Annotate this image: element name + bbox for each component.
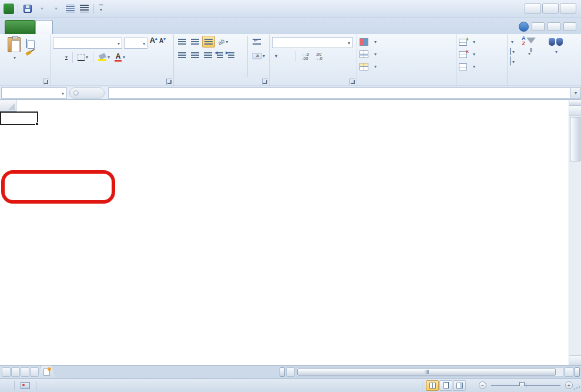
excel-logo-icon[interactable] (4, 4, 14, 14)
borders-button[interactable] (76, 52, 90, 63)
font-name-combo[interactable] (53, 38, 122, 49)
scroll-right-button[interactable] (565, 367, 573, 377)
comma-style-button[interactable] (287, 50, 291, 62)
cell-styles-button[interactable] (360, 60, 454, 73)
split-handle[interactable] (569, 100, 581, 106)
underline-button[interactable] (62, 52, 69, 63)
tab-home[interactable] (35, 20, 53, 34)
fill-color-button[interactable] (96, 52, 112, 63)
workbook-minimize-button[interactable] (532, 22, 545, 31)
tab-team[interactable] (168, 20, 184, 34)
tab-insert[interactable] (53, 20, 69, 34)
restore-button[interactable] (542, 4, 559, 13)
select-all-corner[interactable] (0, 100, 16, 111)
horizontal-scroll-track[interactable] (296, 367, 563, 377)
help-button[interactable] (519, 22, 529, 32)
workbook-restore-button[interactable] (548, 22, 560, 31)
save-button[interactable] (22, 3, 33, 15)
horizontal-scrollbar-thumb[interactable] (297, 369, 556, 376)
font-color-button[interactable]: A (113, 52, 127, 63)
font-dialog-launcher[interactable] (166, 79, 172, 85)
increase-decimal-button[interactable]: ←.0.00 (300, 50, 311, 62)
decrease-indent-button[interactable]: ◀ (215, 49, 225, 61)
number-dialog-launcher[interactable] (350, 79, 355, 85)
align-left-button[interactable] (176, 49, 188, 61)
first-sheet-button[interactable] (2, 367, 11, 377)
wrap-text-button[interactable] (251, 36, 263, 48)
tab-file[interactable] (5, 20, 35, 34)
delete-cells-button[interactable]: × (459, 48, 505, 60)
next-sheet-button[interactable] (21, 367, 29, 377)
bold-button[interactable] (53, 52, 56, 63)
last-sheet-button[interactable] (30, 367, 39, 377)
font-size-combo[interactable] (124, 38, 147, 49)
zoom-out-button[interactable]: − (479, 381, 486, 389)
insert-cells-button[interactable]: + (459, 36, 505, 48)
percent-style-button[interactable] (281, 50, 285, 62)
zoom-slider-thumb[interactable] (519, 382, 525, 388)
tab-split-handle[interactable] (280, 367, 285, 377)
accounting-format-button[interactable] (272, 50, 279, 62)
zoom-slider-track[interactable] (491, 385, 560, 386)
italic-button[interactable] (58, 52, 61, 63)
clear-button[interactable] (510, 57, 515, 65)
format-cells-button[interactable] (459, 60, 505, 73)
scroll-up-button[interactable] (569, 106, 581, 116)
decrease-decimal-button[interactable]: .00→.0 (313, 50, 324, 62)
tab-data[interactable] (102, 20, 119, 34)
align-center-button[interactable] (189, 49, 201, 61)
middle-align-button[interactable] (189, 36, 201, 48)
alignment-dialog-launcher[interactable] (262, 79, 268, 85)
format-painter-button[interactable] (26, 49, 35, 56)
formula-input[interactable] (108, 87, 570, 99)
window-split-handle[interactable] (575, 367, 580, 377)
grow-font-button[interactable]: A▴ (150, 36, 157, 45)
vertical-scrollbar[interactable] (569, 100, 581, 365)
tab-page-layout[interactable] (69, 20, 86, 34)
page-break-view-button[interactable] (453, 380, 466, 391)
fill-button[interactable] (510, 47, 515, 55)
redo-dropdown-icon[interactable]: ▾ (55, 6, 58, 11)
copy-button[interactable] (26, 39, 35, 48)
redo-button[interactable]: ▾ (50, 3, 62, 15)
macro-record-button[interactable] (21, 382, 30, 389)
bottom-align-button[interactable] (202, 36, 215, 48)
resize-grip[interactable] (573, 384, 580, 391)
close-button[interactable] (560, 4, 576, 13)
expand-formula-bar-button[interactable]: ▾ (570, 87, 581, 99)
sort-filter-button[interactable]: AZ (516, 36, 542, 65)
shrink-font-button[interactable]: A▾ (159, 38, 166, 44)
page-layout-view-button[interactable] (439, 380, 452, 391)
active-cell-outline[interactable] (0, 111, 38, 125)
paste-button[interactable] (2, 36, 26, 61)
align-right-button[interactable] (202, 49, 214, 61)
increase-indent-button[interactable]: ▶ (226, 49, 236, 61)
vertical-scrollbar-thumb[interactable] (570, 117, 580, 161)
tab-review[interactable] (119, 20, 135, 34)
clipboard-dialog-launcher[interactable] (43, 79, 49, 85)
tab-developer[interactable] (152, 20, 168, 34)
autosum-button[interactable] (510, 36, 515, 45)
conditional-formatting-button[interactable] (360, 36, 454, 48)
previous-sheet-button[interactable] (11, 367, 20, 377)
qat-custom-button-1[interactable] (64, 3, 76, 15)
merge-center-button[interactable] (251, 50, 267, 62)
number-format-combo[interactable] (272, 37, 352, 48)
customize-qat-button[interactable]: ▔▾ (98, 6, 105, 11)
scroll-left-button[interactable] (286, 367, 295, 377)
orientation-button[interactable] (216, 36, 230, 48)
format-as-table-button[interactable] (360, 48, 454, 60)
undo-button[interactable]: ▾ (36, 3, 48, 15)
minimize-button[interactable] (525, 4, 541, 13)
top-align-button[interactable] (176, 36, 188, 48)
undo-dropdown-icon[interactable]: ▾ (41, 6, 43, 11)
tab-formulas[interactable] (86, 20, 102, 34)
workbook-close-button[interactable] (563, 22, 576, 31)
find-select-button[interactable] (543, 36, 569, 65)
insert-function-button[interactable] (69, 87, 105, 99)
scroll-down-button[interactable] (569, 355, 581, 365)
qat-custom-button-2[interactable] (78, 3, 90, 15)
name-box[interactable] (1, 87, 67, 99)
zoom-in-button[interactable]: + (565, 381, 573, 389)
tab-view[interactable] (135, 20, 152, 34)
